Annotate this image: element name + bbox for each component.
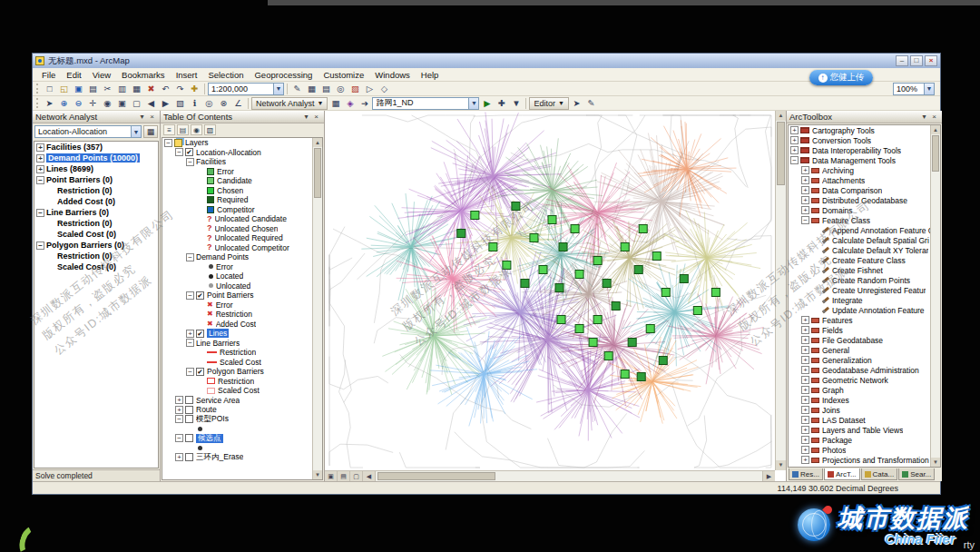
toc-item[interactable]: Candidate (162, 176, 322, 186)
toolbox-item[interactable]: Calculate Default Spatial Gri (789, 235, 940, 245)
toolbox-item[interactable]: Append Annotation Feature Cl (789, 225, 940, 235)
expand-icon[interactable]: + (175, 406, 183, 414)
toolbox-item[interactable]: −Feature Class (789, 215, 940, 225)
minimize-button[interactable]: – (896, 55, 908, 66)
chevron-down-icon[interactable]: ▼ (273, 84, 283, 94)
expand-icon[interactable]: + (801, 436, 809, 444)
edit-tool-icon[interactable]: ➤ (570, 97, 583, 110)
toolbox-item[interactable]: Create Random Points (789, 275, 940, 285)
toolbox-item[interactable]: Calculate Default XY Tolerar (789, 245, 940, 255)
search-icon[interactable]: ◎ (334, 83, 348, 95)
menu-item-customize[interactable]: Customize (318, 68, 369, 81)
pan-icon[interactable]: ✛ (86, 97, 100, 110)
toolbox-item[interactable]: +Domains (789, 205, 940, 215)
network-analyst-menu-button[interactable]: Network Analyst ▼ (251, 97, 328, 110)
toolbox-item[interactable]: Update Annotation Feature (789, 305, 940, 315)
toc-item[interactable]: −✔Point Barriers (162, 291, 322, 301)
na-window-icon[interactable]: ▦ (328, 97, 342, 110)
expand-icon[interactable]: + (801, 416, 809, 424)
collapse-icon[interactable]: − (186, 253, 194, 261)
toolbox-item[interactable]: +Geometric Network (789, 375, 940, 385)
toc-item[interactable]: −✔Polygon Barriers (162, 367, 322, 377)
toc-item[interactable]: Error (162, 262, 322, 272)
layer-checkbox[interactable]: ✔ (196, 330, 204, 338)
arctoolbox-scrollbar[interactable]: ▲ ▼ (930, 125, 940, 467)
expand-icon[interactable]: + (186, 330, 194, 338)
editor-pencil-icon[interactable]: ✎ (290, 83, 304, 95)
toc-item[interactable]: −Layers (162, 138, 322, 148)
close-icon[interactable]: × (311, 113, 321, 121)
full-extent-icon[interactable]: ◉ (101, 97, 114, 110)
na-tree-item[interactable]: +Lines (8699) (34, 163, 158, 174)
toc-item[interactable] (162, 443, 322, 453)
toolbox-item[interactable]: +Data Interoperability Tools (789, 145, 940, 155)
refresh-view-button[interactable]: ▢ (350, 471, 363, 481)
collapse-icon[interactable]: − (36, 176, 44, 184)
expand-icon[interactable]: + (36, 154, 44, 163)
arctoolbox-panel-header[interactable]: ArcToolbox ▾ × (787, 111, 942, 123)
toolbox-item[interactable]: +Attachments (789, 175, 940, 185)
python-icon[interactable]: ▷ (363, 83, 377, 95)
toolbar-grip[interactable] (36, 98, 40, 108)
layer-checkbox[interactable]: ✔ (185, 148, 193, 156)
collapse-icon[interactable]: − (790, 156, 799, 164)
toc-item[interactable]: Unlocated (162, 281, 322, 291)
toolbox-item[interactable]: +LAS Dataset (789, 415, 940, 425)
layout-view-button[interactable]: ▤ (338, 471, 350, 481)
toc-item[interactable]: −候选点 (162, 434, 322, 444)
undo-icon[interactable]: ↶ (159, 83, 172, 95)
toc-item[interactable]: Restriction (162, 377, 322, 387)
expand-icon[interactable]: + (801, 206, 809, 214)
na-tree-item[interactable]: Restriction (0) (34, 251, 158, 261)
print-icon[interactable]: ▤ (86, 83, 100, 95)
toolbox-item[interactable]: +Layers and Table Views (789, 425, 940, 435)
chevron-down-icon[interactable]: ▼ (131, 126, 141, 137)
toc-item[interactable]: +Route (162, 405, 322, 415)
map-scale-combo[interactable]: 1:200,000 ▼ (208, 83, 284, 95)
toolbox-item[interactable]: Create Fishnet (789, 265, 940, 275)
menu-item-bookmarks[interactable]: Bookmarks (116, 68, 171, 81)
layer-checkbox[interactable] (185, 406, 193, 414)
toolbox-item[interactable]: +Cartography Tools (789, 125, 940, 135)
toolbox-item[interactable]: +General (789, 345, 940, 355)
layer-checkbox[interactable] (185, 396, 193, 404)
map-view[interactable]: ▲ ▼ ▣ ▤ ▢ ◀ ▶ (325, 111, 787, 481)
scroll-down-icon[interactable]: ▼ (776, 460, 786, 470)
toc-item[interactable]: Error (162, 167, 322, 177)
na-tree-item[interactable]: Added Cost (0) (34, 196, 158, 207)
scrollbar-thumb[interactable] (377, 472, 495, 480)
directions-icon[interactable]: ➔ (358, 97, 371, 110)
upload-button[interactable]: ↑ 您健上传 (809, 70, 873, 85)
scroll-down-icon[interactable]: ▼ (931, 458, 940, 467)
menu-item-file[interactable]: File (36, 68, 61, 81)
na-tree-item[interactable]: −Polygon Barriers (0) (34, 240, 158, 251)
toolbox-item[interactable]: +Distributed Geodatabase (789, 195, 940, 205)
toc-item[interactable]: Competitor (162, 205, 322, 215)
toc-item[interactable]: Scaled Cost (162, 358, 322, 368)
menu-item-selection[interactable]: Selection (202, 68, 249, 81)
toc-item[interactable]: +Service Area (162, 396, 322, 406)
na-tree-item[interactable]: Scaled Cost (0) (34, 261, 158, 272)
toolbox-item[interactable]: +Indexes (789, 395, 940, 405)
fixed-zoom-out-icon[interactable]: ▢ (130, 97, 143, 110)
chevron-down-icon[interactable]: ▼ (924, 84, 934, 94)
toc-item[interactable]: −Line Barriers (162, 339, 322, 349)
expand-icon[interactable]: + (801, 166, 809, 174)
expand-icon[interactable]: + (801, 446, 809, 454)
list-by-visibility-icon[interactable]: ◉ (191, 124, 202, 135)
cut-icon[interactable]: ✂ (101, 83, 114, 95)
paste-icon[interactable]: ▦ (130, 83, 143, 95)
toc-item[interactable]: ✖Added Cost (162, 320, 322, 330)
toc-item[interactable]: Restriction (162, 348, 322, 358)
redo-icon[interactable]: ↷ (173, 83, 187, 95)
toolbox-item[interactable]: −Data Management Tools (789, 155, 940, 165)
collapse-icon[interactable]: − (175, 148, 183, 156)
pin-icon[interactable]: ▾ (301, 113, 311, 121)
collapse-icon[interactable]: − (164, 139, 172, 147)
toolbox-item[interactable]: +Features (789, 315, 940, 325)
data-view-button[interactable]: ▣ (325, 471, 338, 481)
identify-icon[interactable]: ℹ (188, 97, 201, 110)
chevron-down-icon[interactable]: ▼ (468, 98, 478, 109)
close-icon[interactable]: × (147, 113, 157, 121)
scrollbar-thumb[interactable] (777, 122, 785, 185)
